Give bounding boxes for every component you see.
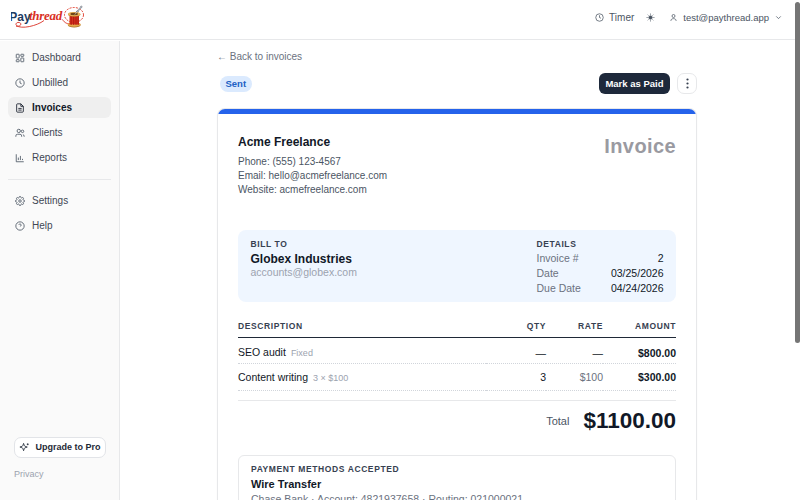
svg-text:Pay: Pay [11,10,31,24]
svg-text:thread: thread [29,8,63,23]
